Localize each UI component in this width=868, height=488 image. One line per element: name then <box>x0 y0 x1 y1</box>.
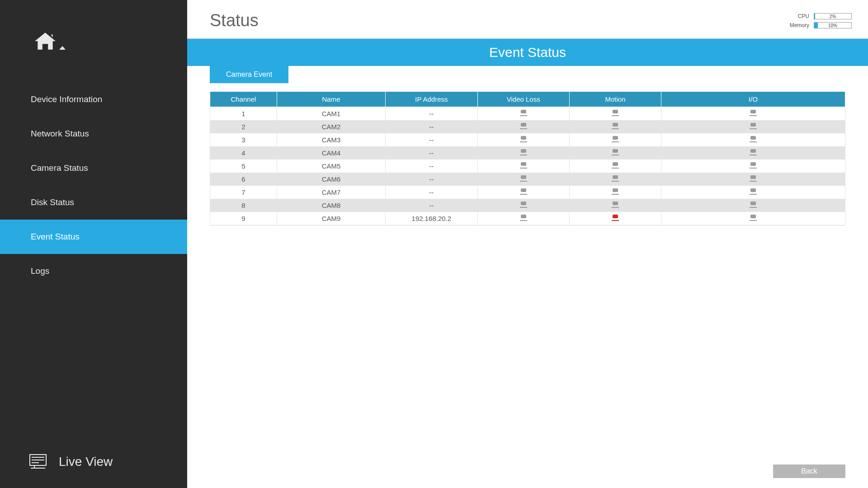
camera-status-icon <box>749 149 757 155</box>
cell-name: CAM3 <box>277 133 385 146</box>
cell-motion <box>569 212 661 225</box>
section-banner: Event Status <box>187 39 868 66</box>
camera-status-icon <box>611 188 619 195</box>
col-motion: Motion <box>569 92 661 107</box>
camera-status-icon <box>749 175 757 182</box>
camera-status-icon <box>611 110 619 116</box>
cell-channel: 9 <box>210 212 277 225</box>
system-stats: CPU 2% Memory 10% <box>790 13 852 28</box>
cell-io <box>661 199 845 212</box>
tab-label: Camera Event <box>226 70 272 78</box>
event-table: Channel Name IP Address Video Loss Motio… <box>210 91 845 225</box>
sidebar-item-label: Disk Status <box>31 197 74 207</box>
camera-status-icon <box>749 162 757 169</box>
memory-bar: 10% <box>814 22 852 28</box>
memory-percent: 10% <box>814 23 851 28</box>
cell-video-loss <box>477 107 569 121</box>
cpu-percent: 2% <box>814 14 851 19</box>
sidebar-item-disk-status[interactable]: Disk Status <box>0 185 187 220</box>
cell-ip: -- <box>386 133 477 146</box>
camera-status-icon <box>519 149 528 155</box>
sidebar-item-event-status[interactable]: Event Status <box>0 220 187 254</box>
main-content: Status CPU 2% Memory 10% Event Status Ca… <box>187 0 868 488</box>
dropdown-caret-icon <box>59 46 66 50</box>
cell-io <box>661 212 845 225</box>
camera-status-icon <box>611 202 619 208</box>
cell-channel: 1 <box>210 107 277 121</box>
cell-io <box>661 186 845 199</box>
table-row: 9CAM9192.168.20.2 <box>210 212 845 225</box>
cell-motion <box>569 146 661 160</box>
table-row: 4CAM4-- <box>210 146 845 160</box>
cell-video-loss <box>477 186 569 199</box>
sidebar-liveview-button[interactable]: Live View <box>0 454 187 488</box>
table-row: 3CAM3-- <box>210 133 845 146</box>
table-row: 1CAM1-- <box>210 107 845 121</box>
cell-video-loss <box>477 146 569 160</box>
camera-status-icon <box>749 123 757 129</box>
sidebar-home-button[interactable] <box>0 0 187 78</box>
table-row: 6CAM6-- <box>210 173 845 186</box>
cell-motion <box>569 186 661 199</box>
col-name: Name <box>277 92 385 107</box>
cell-channel: 2 <box>210 120 277 133</box>
cell-channel: 6 <box>210 173 277 186</box>
cell-ip: -- <box>386 120 477 133</box>
cell-ip: -- <box>386 199 477 212</box>
sidebar-item-label: Event Status <box>31 232 80 242</box>
cell-video-loss <box>477 133 569 146</box>
liveview-label: Live View <box>59 455 113 469</box>
sidebar-item-camera-status[interactable]: Camera Status <box>0 151 187 185</box>
cell-video-loss <box>477 160 569 173</box>
camera-status-icon <box>519 136 528 142</box>
camera-status-icon <box>611 215 619 221</box>
cell-name: CAM5 <box>277 160 385 173</box>
sidebar-item-logs[interactable]: Logs <box>0 254 187 288</box>
cell-motion <box>569 133 661 146</box>
sidebar-item-device-information[interactable]: Device Information <box>0 82 187 117</box>
cell-video-loss <box>477 212 569 225</box>
cell-motion <box>569 173 661 186</box>
back-button[interactable]: Back <box>773 465 845 478</box>
cell-channel: 5 <box>210 160 277 173</box>
camera-status-icon <box>749 110 757 116</box>
camera-status-icon <box>519 123 528 129</box>
camera-status-icon <box>749 188 757 195</box>
memory-stat: Memory 10% <box>790 22 852 28</box>
cell-name: CAM6 <box>277 173 385 186</box>
liveview-icon <box>29 454 47 470</box>
sidebar-item-label: Logs <box>31 266 49 276</box>
cell-video-loss <box>477 173 569 186</box>
camera-status-icon <box>611 149 619 155</box>
cell-motion <box>569 107 661 121</box>
cell-channel: 7 <box>210 186 277 199</box>
camera-status-icon <box>519 110 528 116</box>
table-row: 5CAM5-- <box>210 160 845 173</box>
table-row: 2CAM2-- <box>210 120 845 133</box>
cell-io <box>661 146 845 160</box>
camera-status-icon <box>611 123 619 129</box>
col-channel: Channel <box>210 92 277 107</box>
sidebar-menu: Device Information Network Status Camera… <box>0 78 187 454</box>
tab-camera-event[interactable]: Camera Event <box>210 66 288 83</box>
cell-ip: 192.168.20.2 <box>386 212 477 225</box>
table-header-row: Channel Name IP Address Video Loss Motio… <box>210 92 845 107</box>
col-io: I/O <box>661 92 845 107</box>
camera-status-icon <box>519 188 528 195</box>
camera-status-icon <box>519 215 528 221</box>
cell-video-loss <box>477 199 569 212</box>
cell-name: CAM4 <box>277 146 385 160</box>
memory-label: Memory <box>790 22 809 28</box>
cell-io <box>661 107 845 121</box>
col-ip: IP Address <box>386 92 477 107</box>
cell-name: CAM2 <box>277 120 385 133</box>
camera-status-icon <box>519 202 528 208</box>
cell-ip: -- <box>386 173 477 186</box>
camera-status-icon <box>519 162 528 169</box>
cell-io <box>661 173 845 186</box>
page-header: Status CPU 2% Memory 10% <box>187 0 868 39</box>
sidebar-item-network-status[interactable]: Network Status <box>0 117 187 151</box>
cpu-bar: 2% <box>814 13 852 19</box>
cell-name: CAM7 <box>277 186 385 199</box>
cell-channel: 3 <box>210 133 277 146</box>
